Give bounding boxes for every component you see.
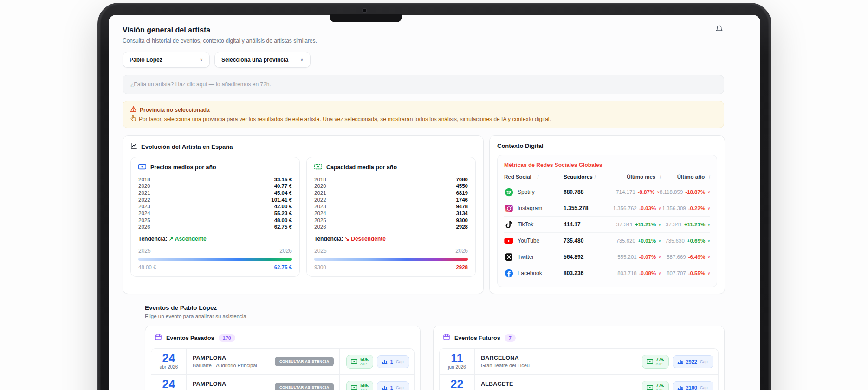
price-badge: 60€ATP [346, 355, 373, 369]
price-badge: 77€ATP [642, 355, 669, 369]
digital-context-card: Contexto Digital Métricas de Redes Socia… [489, 135, 725, 294]
capacity-icon [314, 164, 322, 171]
page-title: Visión general del artista [123, 26, 724, 34]
cash-icon [351, 358, 357, 366]
expand-chevron-icon[interactable]: ∨ [707, 271, 710, 275]
evolution-card: Evolución del Artista en España Precios … [123, 135, 484, 294]
capacity-row: 20239478 [314, 204, 468, 211]
capacity-row: 20262928 [314, 224, 468, 231]
notifications-button[interactable] [715, 25, 723, 34]
main-grid: Evolución del Artista en España Precios … [123, 135, 724, 294]
province-select[interactable]: Selecciona una provincia ∨ [214, 52, 311, 68]
events-subtitle: Elige un evento para analizar su asisten… [145, 313, 724, 319]
event-badges: 77€ATP 2100 Cap. [635, 375, 718, 390]
future-events-table: 11 jun 2026 BARCELONA Gran Teatre del Li… [439, 348, 719, 390]
evolution-header: Evolución del Artista en España [130, 142, 476, 151]
future-events-header: Eventos Futuros 7 [439, 332, 719, 342]
evolution-title: Evolución del Artista en España [141, 143, 233, 150]
stadium-icon [677, 384, 683, 390]
past-events-header: Eventos Pasados 170 [151, 332, 415, 342]
prices-trend: Tendencia: ↗ Ascendente [138, 236, 292, 242]
consult-attendance-button[interactable]: CONSULTAR ASISTENCIA [275, 357, 334, 366]
sort-slash-icon: / [709, 174, 710, 179]
consult-attendance-button[interactable]: CONSULTAR ASISTENCIA [275, 383, 334, 390]
expand-chevron-icon[interactable]: ∨ [707, 255, 710, 259]
bell-icon [715, 27, 723, 34]
laptop-camera [362, 8, 367, 13]
capacity-row: 20259300 [314, 217, 468, 224]
missing-artist-banner[interactable]: ¿Falta un artista? Haz clic aquí — lo añ… [123, 75, 724, 94]
warning-body-row: Por favor, selecciona una provincia para… [130, 115, 716, 122]
twitter-x-icon [504, 252, 513, 262]
price-badge: 77€ATP [642, 381, 669, 390]
trend-up-arrow-icon: ↗ [169, 236, 174, 242]
event-info: PAMPLONA Baluarte - Auditorio Principal [187, 349, 275, 374]
sort-slash-icon: / [538, 174, 539, 179]
event-info: PAMPLONA Baluarte - Auditorio Principal [187, 375, 275, 390]
future-events-title: Eventos Futuros [454, 335, 500, 341]
expand-chevron-icon[interactable]: ∨ [707, 223, 710, 227]
prices-range-years: 2025 2026 [138, 248, 292, 254]
social-row-tiktok: TikTok 414.17 37.341+11.21%∨ 37.341+11.2… [504, 216, 710, 232]
event-info: BARCELONA Gran Teatre del Liceu [475, 349, 635, 374]
price-row: 202455.23 € [138, 210, 292, 217]
prices-gradient-bar [138, 258, 292, 261]
past-events-table: 24 abr 2026 PAMPLONA Baluarte - Auditori… [151, 348, 415, 390]
stadium-icon [677, 358, 683, 366]
past-events-card: Eventos Pasados 170 24 abr 2026 [145, 326, 421, 390]
cash-icon [351, 384, 357, 390]
warning-body: Por favor, selecciona una provincia para… [139, 116, 551, 122]
stadium-icon [382, 358, 388, 366]
expand-chevron-icon[interactable]: ∨ [707, 239, 710, 243]
price-row: 201833.15 € [138, 176, 292, 183]
capacity-title: Capacidad media por año [326, 164, 397, 171]
artist-select[interactable]: Pablo López ∨ [123, 52, 210, 68]
event-date: 24 abr 2026 [151, 375, 187, 390]
price-badge: 58€ATP [346, 381, 373, 390]
capacity-badge: 2922 Cap. [673, 355, 714, 368]
prices-range-values: 48.00 € 62.75 € [138, 264, 292, 270]
evolution-grid: Precios medios por año 201833.15 € 20204… [130, 157, 476, 277]
tiktok-icon [504, 220, 513, 229]
calendar-icon [443, 333, 450, 342]
events-section: Eventos de Pablo López Elige un evento p… [145, 304, 724, 390]
capacity-badge: 1 Cap. [377, 355, 409, 368]
page-subtitle: Consulta el historial de eventos, contex… [123, 38, 724, 44]
future-events-count-badge: 7 [505, 334, 516, 342]
event-date: 22 may 2026 [440, 375, 475, 390]
social-table-header: Red Social/ Seguidores/ Último mes/ Últi… [504, 174, 710, 184]
past-events-count-badge: 170 [219, 334, 235, 342]
capacity-row: 20243134 [314, 210, 468, 217]
social-row-twitter: Twitter 564.892 555.201-0.07%∨ 587.669-6… [504, 249, 710, 265]
future-event-row[interactable]: 11 jun 2026 BARCELONA Gran Teatre del Li… [440, 349, 718, 375]
trend-down-arrow-icon: ↘ [345, 236, 350, 242]
chevron-down-icon: ∨ [300, 58, 304, 62]
artist-select-value: Pablo López [130, 57, 162, 63]
prices-title: Precios medios por año [150, 164, 216, 171]
prices-header: Precios medios por año [138, 164, 292, 171]
youtube-icon [504, 236, 513, 245]
expand-chevron-icon[interactable]: ∨ [707, 190, 710, 194]
chevron-down-icon: ∨ [200, 58, 203, 62]
capacity-row: 20204550 [314, 183, 468, 190]
social-row-instagram: Instagram 1.355.278 1.356.762-0.03%∨ 1.3… [504, 200, 710, 216]
expand-chevron-icon[interactable]: ∨ [707, 206, 710, 211]
future-event-row[interactable]: 22 may 2026 ALBACETE Palacio de Congreso… [440, 375, 718, 390]
capacity-gradient-bar [314, 258, 468, 261]
event-badges: 77€ATP 2922 Cap. [635, 349, 718, 374]
price-row: 202662.75 € [138, 224, 292, 231]
warning-title: Provincia no seleccionada [140, 107, 210, 113]
digital-title: Contexto Digital [497, 142, 717, 149]
past-event-row[interactable]: 24 abr 2026 PAMPLONA Baluarte - Auditori… [151, 375, 414, 390]
capacity-badge: 1 Cap. [377, 381, 409, 390]
pointer-hand-icon [130, 115, 136, 122]
past-event-row[interactable]: 24 abr 2026 PAMPLONA Baluarte - Auditori… [151, 349, 414, 375]
page-background: Visión general del artista Consulta el h… [0, 0, 868, 390]
event-date: 11 jun 2026 [440, 349, 475, 374]
social-metrics-subtitle: Métricas de Redes Sociales Globales [504, 162, 710, 168]
calendar-icon [155, 333, 162, 342]
cash-icon [647, 358, 653, 366]
capacity-range-years: 2025 2026 [314, 248, 468, 254]
capacity-row: 20187080 [314, 176, 468, 183]
price-row: 2022101.41 € [138, 197, 292, 204]
